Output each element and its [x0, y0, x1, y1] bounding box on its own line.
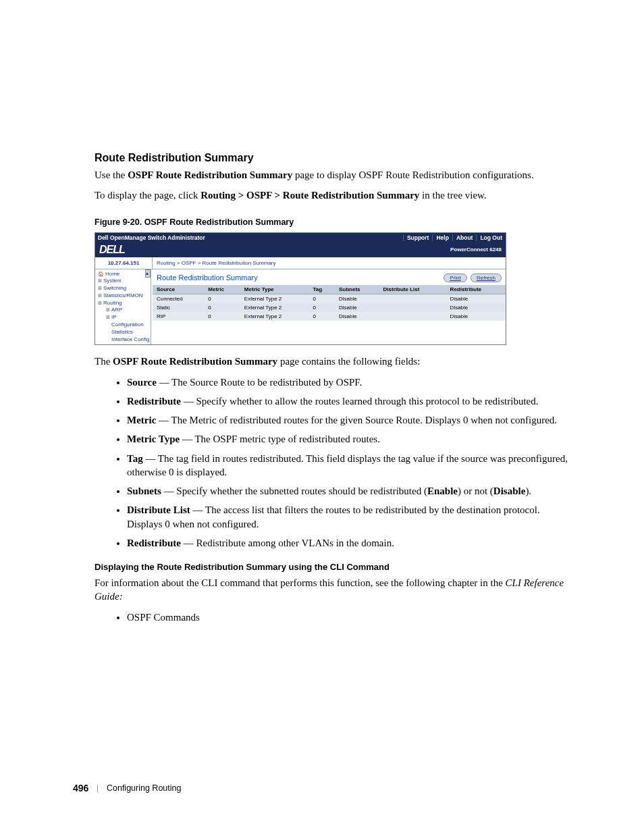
- col-metric-type: Metric Type: [240, 285, 309, 294]
- cell: External Type 2: [240, 294, 309, 303]
- nav-paragraph: To display the page, click Routing > OSP…: [95, 188, 576, 202]
- tree-ip[interactable]: IP: [97, 314, 151, 321]
- field-name: Source: [127, 377, 157, 388]
- cell: 0: [204, 303, 240, 312]
- cell: Disable: [335, 294, 379, 303]
- col-subnets: Subnets: [335, 285, 379, 294]
- list-item: Redistribute — Redistribute among other …: [127, 536, 576, 550]
- field-name: Metric Type: [127, 434, 180, 444]
- tree-statistics-rmon[interactable]: Statistics/RMON: [97, 292, 151, 300]
- tree-home[interactable]: Home: [97, 271, 151, 278]
- text: page to display OSPF Route Redistributio…: [292, 170, 533, 180]
- field-name: Redistribute: [127, 396, 181, 407]
- page-footer: 496 | Configuring Routing: [73, 783, 181, 793]
- list-item: Distribute List — The access list that f…: [127, 503, 576, 531]
- cell: External Type 2: [240, 312, 309, 321]
- text: To display the page, click: [95, 190, 200, 201]
- refresh-button[interactable]: Refresh: [471, 273, 502, 282]
- support-link[interactable]: Support: [403, 234, 433, 241]
- col-metric: Metric: [204, 285, 240, 294]
- cell: Connected: [153, 294, 204, 303]
- tree-routing[interactable]: Routing: [97, 300, 151, 307]
- figure-caption: Figure 9-20. OSPF Route Redistribution S…: [95, 217, 576, 227]
- text: The: [95, 356, 113, 367]
- summary-table: Source Metric Metric Type Tag Subnets Di…: [153, 285, 506, 321]
- dell-logo: DELL: [99, 244, 125, 256]
- panel-title: Route Redistribution Summary: [157, 273, 258, 282]
- cell: RIP: [153, 312, 204, 321]
- table-header-row: Source Metric Metric Type Tag Subnets Di…: [153, 285, 506, 294]
- field-list: Source — The Source Route to be redistri…: [95, 375, 576, 550]
- table-row: Static 0 External Type 2 0 Disable Disab…: [153, 303, 506, 312]
- field-desc: — The tag field in routes redistributed.…: [127, 453, 568, 477]
- field-desc: — The OSPF metric type of redistributed …: [180, 434, 380, 444]
- col-source: Source: [153, 285, 204, 294]
- cell: 0: [308, 312, 335, 321]
- field-desc: — Specify whether to allow the routes le…: [181, 396, 538, 407]
- app-top-links: Support Help About Log Out: [403, 234, 506, 241]
- about-link[interactable]: About: [452, 234, 477, 241]
- print-button[interactable]: Print: [444, 273, 466, 282]
- help-link[interactable]: Help: [432, 234, 452, 241]
- app-title-bar: Dell OpenManage Switch Administrator Sup…: [95, 233, 506, 242]
- cell: [379, 312, 446, 321]
- text: ) or not (: [458, 486, 493, 496]
- brand-bar: DELL PowerConnect 6248: [95, 242, 506, 257]
- list-item: Metric Type — The OSPF metric type of re…: [127, 432, 576, 446]
- table-row: Connected 0 External Type 2 0 Disable Di…: [153, 294, 506, 303]
- tree-arp[interactable]: ARP: [97, 307, 151, 314]
- text: — Specify whether the subnetted routes s…: [161, 486, 427, 496]
- cell: Disable: [446, 312, 506, 321]
- intro-paragraph: Use the OSPF Route Redistribution Summar…: [95, 168, 576, 182]
- list-item: Metric — The Metric of redistributed rou…: [127, 413, 576, 427]
- cli-item: OSPF Commands: [127, 612, 200, 623]
- cell: Static: [153, 303, 204, 312]
- col-redistribute: Redistribute: [446, 285, 506, 294]
- list-item: Source — The Source Route to be redistri…: [127, 375, 576, 389]
- tree-statistics[interactable]: Statistics: [97, 329, 151, 336]
- cell: 0: [308, 303, 335, 312]
- cell: Disable: [335, 303, 379, 312]
- model-label: PowerConnect 6248: [450, 246, 502, 253]
- embedded-screenshot: Dell OpenManage Switch Administrator Sup…: [95, 232, 506, 346]
- field-desc: — The Source Route to be redistributed b…: [157, 377, 362, 388]
- field-name: Distribute List: [127, 504, 190, 515]
- tree-interface-config[interactable]: Interface Config: [97, 336, 151, 344]
- cell: 0: [308, 294, 335, 303]
- cell: External Type 2: [240, 303, 309, 312]
- field-name: Metric: [127, 415, 156, 425]
- tree-configuration[interactable]: Configuration: [97, 321, 151, 329]
- tree-system[interactable]: System: [97, 278, 151, 285]
- col-distribute-list: Distribute List: [379, 285, 446, 294]
- device-ip: 10.27.64.151: [95, 257, 153, 269]
- logout-link[interactable]: Log Out: [476, 234, 506, 241]
- footer-separator: |: [97, 783, 99, 793]
- list-item: Subnets — Specify whether the subnetted …: [127, 484, 576, 498]
- field-name: Tag: [127, 453, 143, 464]
- app-title: Dell OpenManage Switch Administrator: [95, 234, 403, 241]
- bold-term: OSPF Route Redistribution Summary: [113, 356, 277, 367]
- list-item: Redistribute — Specify whether to allow …: [127, 394, 576, 408]
- cell: Disable: [446, 303, 506, 312]
- cell: 0: [204, 294, 240, 303]
- field-name: Redistribute: [127, 538, 181, 548]
- bold-nav: Routing > OSPF > Route Redistribution Su…: [200, 190, 419, 201]
- text: Use the: [95, 170, 128, 180]
- chapter-name: Configuring Routing: [107, 783, 182, 793]
- list-item: OSPF Commands: [127, 610, 576, 624]
- bold-term: OSPF Route Redistribution Summary: [128, 170, 292, 180]
- bold-disable: Disable: [493, 486, 526, 496]
- text: For information about the CLI command th…: [95, 577, 506, 588]
- bold-enable: Enable: [427, 486, 458, 496]
- text: ).: [525, 486, 531, 496]
- cell: [379, 294, 446, 303]
- list-item: Tag — The tag field in routes redistribu…: [127, 452, 576, 479]
- cli-text: For information about the CLI command th…: [95, 576, 576, 604]
- cell: Disable: [335, 312, 379, 321]
- breadcrumb: Routing > OSPF > Route Redistribution Su…: [153, 257, 506, 269]
- nav-tree: ▴ Home System Switching Statistics/RMON …: [95, 269, 151, 345]
- tree-switching[interactable]: Switching: [97, 285, 151, 292]
- tree-scroll-up[interactable]: ▴: [145, 269, 151, 278]
- cell: 0: [204, 312, 240, 321]
- field-name: Subnets: [127, 486, 161, 496]
